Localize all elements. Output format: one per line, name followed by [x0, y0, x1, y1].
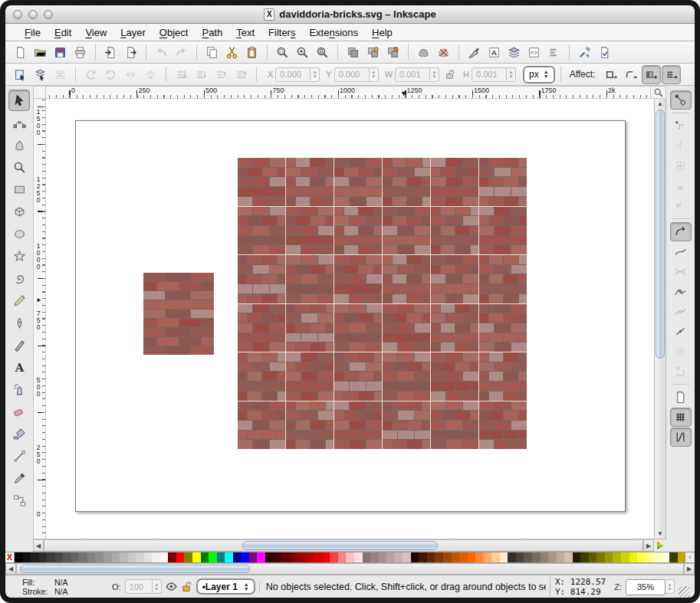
- palette-swatch[interactable]: [192, 552, 201, 562]
- ruler-zoom-icon[interactable]: [651, 86, 666, 99]
- calligraphy-tool-button[interactable]: [8, 334, 30, 356]
- palette-swatch[interactable]: [79, 552, 87, 562]
- palette-swatch[interactable]: [274, 552, 282, 562]
- palette-swatch[interactable]: [257, 552, 265, 562]
- text-dialog-button[interactable]: A: [485, 43, 504, 62]
- raise-to-top-button[interactable]: [232, 65, 251, 84]
- snap-line-midpoints-button[interactable]: [670, 322, 692, 341]
- palette-swatch[interactable]: [144, 552, 153, 562]
- palette-swatch[interactable]: [573, 552, 581, 562]
- snap-grids-button[interactable]: [670, 408, 692, 427]
- palette-swatch[interactable]: [370, 552, 379, 562]
- palette-swatch[interactable]: [459, 552, 468, 562]
- menu-extensions[interactable]: Extensions: [302, 27, 365, 38]
- minimize-button[interactable]: [28, 10, 38, 19]
- zoom-drawing-button[interactable]: [293, 43, 312, 62]
- eraser-tool-button[interactable]: [8, 401, 30, 422]
- fill-stroke-indicator[interactable]: Fill: N/A Stroke: N/A: [10, 578, 108, 596]
- menu-help[interactable]: Help: [365, 27, 399, 38]
- vertical-ruler[interactable]: 1500125010007505002500►: [33, 99, 46, 539]
- redo-button[interactable]: [172, 43, 191, 62]
- palette-swatch[interactable]: [621, 552, 629, 562]
- group-button[interactable]: [363, 43, 383, 62]
- palette-scroll-track[interactable]: [16, 563, 684, 575]
- unit-selector[interactable]: px▲▼: [523, 66, 555, 84]
- palette-swatch[interactable]: [104, 552, 112, 562]
- close-button[interactable]: [13, 10, 22, 19]
- palette-swatch[interactable]: [15, 552, 23, 562]
- duplicate-button[interactable]: [343, 43, 363, 62]
- snap-object-centers-button[interactable]: [670, 342, 692, 361]
- vertical-scroll-thumb[interactable]: [656, 110, 665, 359]
- palette-swatch[interactable]: [297, 552, 306, 562]
- lower-button[interactable]: [192, 65, 211, 84]
- palette-swatch[interactable]: [678, 552, 686, 562]
- palette-swatch[interactable]: [322, 552, 330, 562]
- undo-button[interactable]: [152, 43, 171, 62]
- snap-bbox-centers-button[interactable]: [670, 196, 692, 215]
- raise-button[interactable]: [212, 65, 231, 84]
- text-tool-button[interactable]: A: [8, 356, 30, 378]
- palette-swatch[interactable]: [306, 552, 314, 562]
- document-properties-button[interactable]: [595, 43, 614, 62]
- snap-bounding-box-button[interactable]: [670, 116, 692, 136]
- palette-swatch[interactable]: [484, 552, 492, 562]
- palette-swatch[interactable]: [419, 552, 427, 562]
- palette-swatch[interactable]: [330, 552, 338, 562]
- titlebar[interactable]: X daviddoria-bricks.svg – Inkscape: [5, 5, 695, 24]
- palette-swatch[interactable]: [386, 552, 395, 562]
- opacity-spinner[interactable]: ▲▼: [153, 579, 162, 594]
- palette-swatch[interactable]: [217, 552, 225, 562]
- palette-swatch[interactable]: [120, 552, 128, 562]
- snap-to-paths-button[interactable]: [670, 242, 692, 261]
- snap-path-intersections-button[interactable]: [670, 262, 692, 281]
- zoom-spinner[interactable]: ▲▼: [665, 579, 675, 594]
- transform-corners-toggle[interactable]: [622, 65, 641, 84]
- y-field[interactable]: 0.000: [334, 67, 370, 82]
- preferences-button[interactable]: [575, 43, 594, 62]
- palette-swatch[interactable]: [290, 552, 298, 562]
- box-3d-tool-button[interactable]: [8, 201, 30, 222]
- palette-swatch[interactable]: [354, 552, 363, 562]
- selector-tool-button[interactable]: [8, 90, 30, 111]
- menu-layer[interactable]: Layer: [113, 27, 153, 38]
- brick-image-large[interactable]: [238, 158, 527, 449]
- menu-path[interactable]: Path: [195, 27, 229, 38]
- palette-swatch[interactable]: [87, 552, 96, 562]
- align-dialog-button[interactable]: [544, 43, 564, 62]
- flip-horizontal-button[interactable]: [121, 65, 140, 84]
- palette-swatch[interactable]: [209, 552, 217, 562]
- palette-swatch[interactable]: [128, 552, 136, 562]
- palette-swatch[interactable]: [39, 552, 48, 562]
- palette-swatch[interactable]: [338, 552, 347, 562]
- snap-cusp-nodes-button[interactable]: [670, 282, 692, 301]
- pen-tool-button[interactable]: [8, 312, 30, 333]
- print-button[interactable]: [71, 43, 90, 62]
- scroll-left-icon[interactable]: ◀: [33, 539, 44, 552]
- x-field[interactable]: 0.000: [275, 67, 311, 82]
- horizontal-ruler[interactable]: 025050075010001250150017502k▼: [46, 86, 651, 99]
- palette-scroll-right-icon[interactable]: ▶: [684, 563, 695, 575]
- deselect-button[interactable]: [51, 65, 70, 84]
- palette-swatch[interactable]: [491, 552, 500, 562]
- palette-swatch[interactable]: [241, 552, 249, 562]
- snap-bbox-edges-button[interactable]: [670, 136, 692, 156]
- spray-tool-button[interactable]: [8, 379, 30, 400]
- snap-nodes-button[interactable]: [670, 222, 692, 241]
- palette-swatch[interactable]: [564, 552, 573, 562]
- layers-dialog-button[interactable]: [504, 43, 524, 62]
- ungroup-button[interactable]: [383, 43, 403, 62]
- palette-swatch[interactable]: [475, 552, 484, 562]
- tweak-tool-button[interactable]: [8, 134, 30, 156]
- transform-stroke-toggle[interactable]: [602, 65, 621, 84]
- connector-tool-button[interactable]: [8, 490, 30, 511]
- snap-bbox-corners-button[interactable]: [670, 156, 692, 175]
- palette-swatch[interactable]: [508, 552, 516, 562]
- color-management-icon[interactable]: [654, 539, 666, 552]
- palette-swatch[interactable]: [184, 552, 192, 562]
- palette-swatch[interactable]: [500, 552, 508, 562]
- palette-swatch[interactable]: [532, 552, 541, 562]
- layer-visibility-icon[interactable]: [166, 581, 177, 592]
- palette-swatch[interactable]: [176, 552, 185, 562]
- palette-swatch[interactable]: [225, 552, 233, 562]
